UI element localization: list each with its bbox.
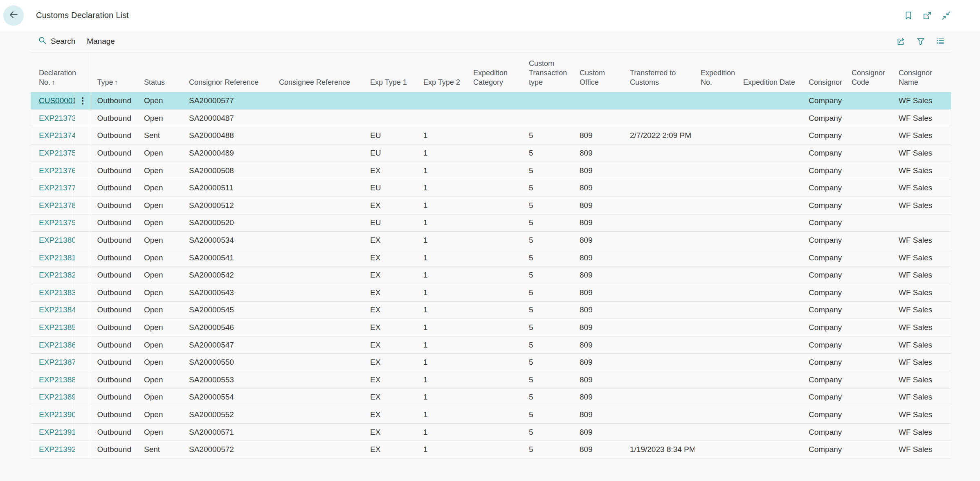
cell-exp_type_2 xyxy=(417,92,467,110)
table-row[interactable]: EXP21381OutboundOpenSA20000541EX15809Com… xyxy=(31,249,951,266)
declaration-link[interactable]: EXP21376 xyxy=(39,166,75,175)
column-header-expedition_category[interactable]: Expedition Category xyxy=(467,52,523,92)
table-row[interactable]: EXP21391OutboundOpenSA20000571EX15809Com… xyxy=(31,423,951,441)
declaration-link[interactable]: EXP21380 xyxy=(39,236,75,244)
column-header-consignee_reference[interactable]: Consignee Reference xyxy=(273,52,364,92)
declaration-link[interactable]: EXP21390 xyxy=(39,410,75,419)
declaration-link[interactable]: EXP21381 xyxy=(39,253,75,262)
table-row[interactable]: EXP21378OutboundOpenSA20000512EX15809Com… xyxy=(31,197,951,215)
search-icon xyxy=(38,36,47,47)
bookmark-icon[interactable] xyxy=(903,10,914,21)
search-button[interactable]: Search xyxy=(38,36,75,47)
cell-expedition_category xyxy=(467,354,523,371)
declaration-link[interactable]: EXP21385 xyxy=(39,323,75,332)
table-row[interactable]: CUS00001⋮OutboundOpenSA20000577CompanyWF… xyxy=(31,92,951,110)
back-button[interactable] xyxy=(3,5,24,26)
column-header-exp_type_2[interactable]: Exp Type 2 xyxy=(417,52,467,92)
table-row[interactable]: EXP21389OutboundOpenSA20000554EX15809Com… xyxy=(31,388,951,406)
column-header-consignor_reference[interactable]: Consignor Reference xyxy=(183,52,273,92)
cell-exp_type_2: 1 xyxy=(417,214,467,232)
declaration-link[interactable]: EXP21386 xyxy=(39,341,75,349)
cell-custom_transaction_type: 5 xyxy=(523,319,573,336)
declaration-link[interactable]: EXP21377 xyxy=(39,183,75,192)
column-header-expedition_date[interactable]: Expedition Date xyxy=(737,52,802,92)
table-row[interactable]: EXP21376OutboundOpenSA20000508EX15809Com… xyxy=(31,162,951,179)
cell-exp_type_1 xyxy=(364,110,417,127)
column-header-custom_office[interactable]: Custom Office xyxy=(573,52,624,92)
column-header-custom_transaction_type[interactable]: Custom Transaction type xyxy=(523,52,573,92)
cell-status: Open xyxy=(138,301,183,319)
title-bar: Customs Declaration List xyxy=(0,0,980,31)
table-row[interactable]: EXP21374OutboundSentSA20000488EU158092/7… xyxy=(31,127,951,145)
table-row[interactable]: EXP21383OutboundOpenSA20000543EX15809Com… xyxy=(31,284,951,302)
table-row[interactable]: EXP21385OutboundOpenSA20000546EX15809Com… xyxy=(31,319,951,336)
cell-custom_transaction_type: 5 xyxy=(523,232,573,249)
cell-expedition_no xyxy=(695,354,737,371)
table-row[interactable]: EXP21390OutboundOpenSA20000552EX15809Com… xyxy=(31,406,951,424)
column-header-type[interactable]: Type↑ xyxy=(91,52,138,92)
column-header-consignor[interactable]: Consignor xyxy=(802,52,845,92)
cell-declaration_no: EXP21373 xyxy=(31,110,75,127)
cell-expedition_category xyxy=(467,249,523,266)
declaration-link[interactable]: EXP21378 xyxy=(39,201,75,210)
cell-transferred_to_customs xyxy=(624,249,695,266)
column-header-transferred_to_customs[interactable]: Transferred to Customs xyxy=(624,52,695,92)
declaration-link[interactable]: EXP21374 xyxy=(39,131,75,140)
cell-custom_office: 809 xyxy=(573,388,624,406)
manage-button[interactable]: Manage xyxy=(87,37,115,46)
column-header-declaration_no[interactable]: Declaration No.↑ xyxy=(31,52,75,92)
column-header-label: Expedition Category xyxy=(473,69,508,86)
declaration-link[interactable]: EXP21391 xyxy=(39,428,75,436)
column-header-exp_type_1[interactable]: Exp Type 1 xyxy=(364,52,417,92)
column-header-consignor_name[interactable]: Consignor Name xyxy=(892,52,951,92)
column-header-status[interactable]: Status xyxy=(138,52,183,92)
table-row[interactable]: EXP21386OutboundOpenSA20000547EX15809Com… xyxy=(31,336,951,354)
column-header-label: Expedition Date xyxy=(743,78,795,86)
table-row[interactable]: EXP21375OutboundOpenSA20000489EU15809Com… xyxy=(31,145,951,162)
open-in-new-window-icon[interactable] xyxy=(922,10,933,21)
declaration-link[interactable]: EXP21389 xyxy=(39,393,75,401)
cell-expedition_date xyxy=(737,301,802,319)
cell-custom_transaction_type: 5 xyxy=(523,249,573,266)
declaration-link[interactable]: EXP21388 xyxy=(39,375,75,384)
cell-consignor_code xyxy=(845,249,892,266)
declaration-link[interactable]: CUS00001 xyxy=(39,96,75,105)
declaration-link[interactable]: EXP21383 xyxy=(39,288,75,297)
table-row[interactable]: EXP21382OutboundOpenSA20000542EX15809Com… xyxy=(31,266,951,284)
share-icon[interactable] xyxy=(896,36,906,47)
collapse-icon[interactable] xyxy=(941,10,951,21)
cell-expedition_date xyxy=(737,249,802,266)
declaration-link[interactable]: EXP21375 xyxy=(39,149,75,157)
table-row[interactable]: EXP21373OutboundOpenSA20000487CompanyWF … xyxy=(31,110,951,127)
declaration-link[interactable]: EXP21384 xyxy=(39,305,75,314)
declaration-link[interactable]: EXP21387 xyxy=(39,358,75,366)
declaration-link[interactable]: EXP21392 xyxy=(39,445,75,454)
table-row[interactable]: EXP21388OutboundOpenSA20000553EX15809Com… xyxy=(31,371,951,389)
table-row[interactable]: EXP21392OutboundSentSA20000572EX158091/1… xyxy=(31,441,951,458)
cell-expedition_category xyxy=(467,92,523,110)
table-row[interactable]: EXP21379OutboundOpenSA20000520EU15809Com… xyxy=(31,214,951,232)
column-header-label: Consignor xyxy=(809,78,842,86)
cell-exp_type_1: EX xyxy=(364,232,417,249)
cell-custom_office: 809 xyxy=(573,232,624,249)
grid-toolbar: Search Manage xyxy=(0,31,980,52)
cell-consignor_name: WF Sales xyxy=(892,162,951,179)
declaration-link[interactable]: EXP21373 xyxy=(39,114,75,122)
row-menu-button[interactable]: ⋮ xyxy=(75,92,91,110)
table-row[interactable]: EXP21377OutboundOpenSA20000511EU15809Com… xyxy=(31,179,951,197)
cell-expedition_date xyxy=(737,232,802,249)
table-row[interactable]: EXP21380OutboundOpenSA20000534EX15809Com… xyxy=(31,232,951,249)
cell-expedition_date xyxy=(737,214,802,232)
column-header-expedition_no[interactable]: Expedition No. xyxy=(695,52,737,92)
list-options-icon[interactable] xyxy=(935,36,946,47)
column-header-consignor_code[interactable]: Consignor Code xyxy=(845,52,892,92)
filter-icon[interactable] xyxy=(915,36,926,47)
declaration-link[interactable]: EXP21379 xyxy=(39,218,75,227)
cell-expedition_date xyxy=(737,197,802,215)
cell-transferred_to_customs xyxy=(624,336,695,354)
declaration-link[interactable]: EXP21382 xyxy=(39,271,75,279)
table-row[interactable]: EXP21387OutboundOpenSA20000550EX15809Com… xyxy=(31,354,951,371)
table-row[interactable]: EXP21384OutboundOpenSA20000545EX15809Com… xyxy=(31,301,951,319)
column-header-label: Consignor Code xyxy=(852,69,885,86)
row-menu-button xyxy=(75,179,91,197)
